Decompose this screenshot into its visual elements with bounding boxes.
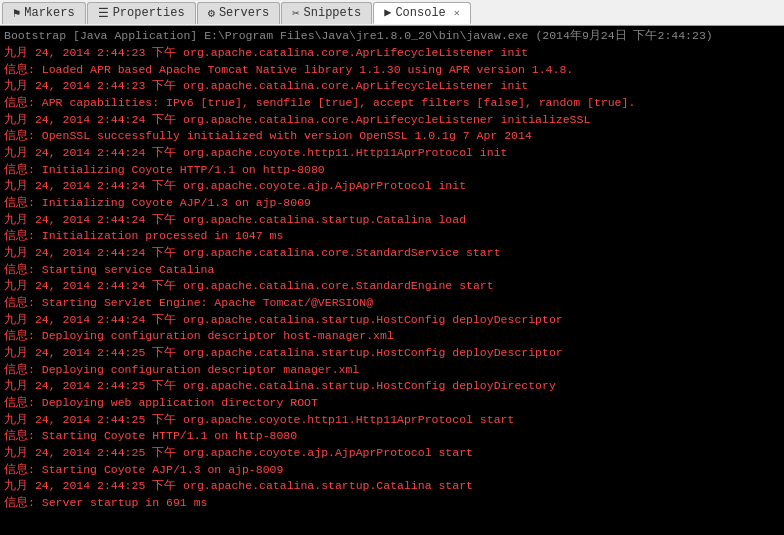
log-line: 信息: Deploying configuration descriptor m… <box>4 362 780 379</box>
tab-markers-label: Markers <box>24 6 74 20</box>
tab-markers[interactable]: ⚑ Markers <box>2 2 86 24</box>
close-icon[interactable]: ✕ <box>454 7 460 19</box>
log-line: 九月 24, 2014 2:44:25 下午 org.apache.catali… <box>4 345 780 362</box>
log-line: 九月 24, 2014 2:44:24 下午 org.apache.catali… <box>4 212 780 229</box>
tab-bar: ⚑ Markers ☰ Properties ⚙ Servers ✂ Snipp… <box>0 0 784 26</box>
servers-icon: ⚙ <box>208 6 215 21</box>
log-line: 信息: OpenSSL successfully initialized wit… <box>4 128 780 145</box>
log-line: 信息: Starting Coyote HTTP/1.1 on http-808… <box>4 428 780 445</box>
log-line: 信息: Server startup in 691 ms <box>4 495 780 512</box>
log-line: 九月 24, 2014 2:44:24 下午 org.apache.catali… <box>4 278 780 295</box>
log-line: 九月 24, 2014 2:44:24 下午 org.apache.coyote… <box>4 145 780 162</box>
log-line: 九月 24, 2014 2:44:24 下午 org.apache.catali… <box>4 312 780 329</box>
log-output: 九月 24, 2014 2:44:23 下午 org.apache.catali… <box>4 45 780 512</box>
log-line: 信息: Initialization processed in 1047 ms <box>4 228 780 245</box>
log-line: 信息: Starting service Catalina <box>4 262 780 279</box>
log-line: 九月 24, 2014 2:44:24 下午 org.apache.catali… <box>4 112 780 129</box>
log-line: 信息: Deploying configuration descriptor h… <box>4 328 780 345</box>
log-line: 九月 24, 2014 2:44:25 下午 org.apache.coyote… <box>4 445 780 462</box>
bootstrap-line: Bootstrap [Java Application] E:\Program … <box>4 28 780 43</box>
tab-snippets-label: Snippets <box>304 6 362 20</box>
log-line: 信息: Starting Servlet Engine: Apache Tomc… <box>4 295 780 312</box>
tab-snippets[interactable]: ✂ Snippets <box>281 2 372 24</box>
tab-properties-label: Properties <box>113 6 185 20</box>
tab-console[interactable]: ▶ Console ✕ <box>373 2 471 24</box>
properties-icon: ☰ <box>98 6 109 21</box>
snippets-icon: ✂ <box>292 6 299 21</box>
log-line: 九月 24, 2014 2:44:25 下午 org.apache.coyote… <box>4 412 780 429</box>
log-line: 九月 24, 2014 2:44:25 下午 org.apache.catali… <box>4 378 780 395</box>
log-line: 九月 24, 2014 2:44:23 下午 org.apache.catali… <box>4 78 780 95</box>
tab-servers[interactable]: ⚙ Servers <box>197 2 281 24</box>
log-line: 信息: Starting Coyote AJP/1.3 on ajp-8009 <box>4 462 780 479</box>
tab-properties[interactable]: ☰ Properties <box>87 2 196 24</box>
log-line: 信息: Loaded APR based Apache Tomcat Nativ… <box>4 62 780 79</box>
log-line: 九月 24, 2014 2:44:23 下午 org.apache.catali… <box>4 45 780 62</box>
markers-icon: ⚑ <box>13 6 20 21</box>
log-line: 九月 24, 2014 2:44:24 下午 org.apache.coyote… <box>4 178 780 195</box>
tab-servers-label: Servers <box>219 6 269 20</box>
console-area[interactable]: Bootstrap [Java Application] E:\Program … <box>0 26 784 535</box>
log-line: 信息: Initializing Coyote HTTP/1.1 on http… <box>4 162 780 179</box>
log-line: 信息: APR capabilities: IPv6 [true], sendf… <box>4 95 780 112</box>
console-icon: ▶ <box>384 5 391 20</box>
log-line: 九月 24, 2014 2:44:25 下午 org.apache.catali… <box>4 478 780 495</box>
log-line: 信息: Deploying web application directory … <box>4 395 780 412</box>
log-line: 信息: Initializing Coyote AJP/1.3 on ajp-8… <box>4 195 780 212</box>
log-line: 九月 24, 2014 2:44:24 下午 org.apache.catali… <box>4 245 780 262</box>
tab-console-label: Console <box>395 6 445 20</box>
